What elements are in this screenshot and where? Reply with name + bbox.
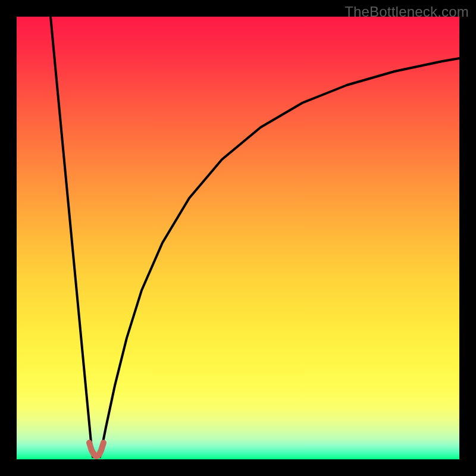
watermark-text: TheBottleneck.com [345,4,469,20]
curves-svg [17,17,459,459]
plot-area [17,17,459,459]
left-descending-curve [51,17,93,457]
bottom-dip-marker [89,443,104,456]
right-ascending-curve [100,58,459,457]
chart-frame: TheBottleneck.com [0,0,476,476]
